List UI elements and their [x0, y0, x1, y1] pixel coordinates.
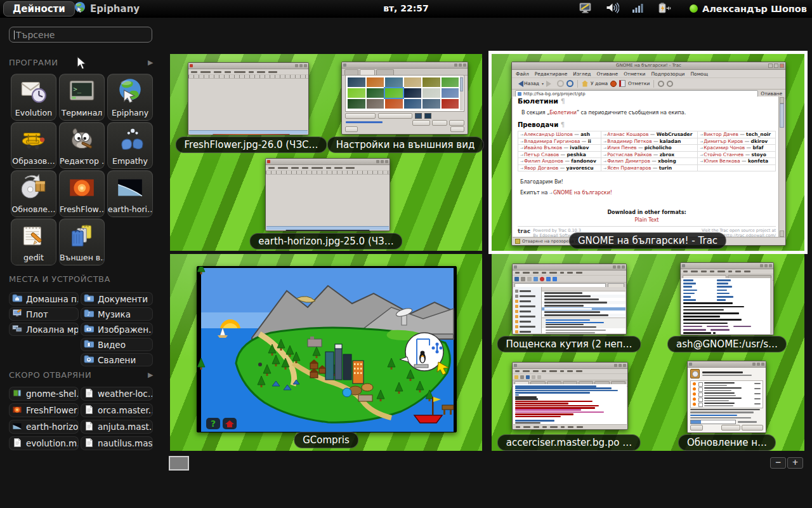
updates-help-button[interactable] [690, 425, 703, 431]
updates-install-button[interactable] [742, 425, 763, 431]
home-button[interactable]: У дома [591, 81, 608, 86]
bookmarks-button[interactable]: Отметки [628, 81, 650, 86]
app-tile-epiphany[interactable]: Epiphany [107, 74, 153, 121]
wallpaper-thumb[interactable] [367, 88, 384, 98]
app-tile-earththumb[interactable]: earth-hori… [107, 170, 153, 217]
window-trac[interactable]: GNOME на български! - Trac ФайлРедактира… [511, 62, 786, 246]
wallpaper-thumb[interactable] [367, 77, 384, 87]
save-button[interactable] [432, 120, 447, 126]
color-swatch-1[interactable] [415, 113, 422, 119]
recent-textfile-1[interactable]: orca.master.… [81, 403, 153, 417]
window-terminal[interactable] [680, 262, 774, 335]
recent-earththumb-2[interactable]: earth-horizo… [9, 420, 79, 434]
place-foldervideo-3[interactable]: Видео [81, 338, 153, 351]
update-checkbox[interactable] [698, 398, 703, 402]
user-menu[interactable]: Александър Шопов [690, 0, 807, 17]
recent-textfile-0[interactable]: weather-loc… [81, 387, 153, 401]
text-line [713, 332, 716, 334]
wallpaper-thumb[interactable] [404, 88, 422, 98]
wallpaper-thumb[interactable] [404, 99, 422, 109]
menu-Помощ[interactable]: Помощ [690, 71, 708, 77]
window-updates[interactable] [687, 361, 766, 433]
scrollbar[interactable] [778, 97, 785, 237]
restore-button[interactable] [412, 120, 430, 126]
programs-expander-icon[interactable]: ▶ [148, 58, 154, 68]
recent-shotthumb-0[interactable]: gnome-shel… [9, 387, 79, 401]
place-folderpics-2[interactable]: Изображен… [81, 323, 153, 336]
recent-expander-icon[interactable]: ▶ [148, 370, 154, 380]
window-editor[interactable] [512, 362, 628, 430]
menu-Подпрозорци[interactable]: Подпрозорци [651, 71, 684, 77]
update-checkbox[interactable] [698, 392, 703, 397]
wallpaper-thumb[interactable] [442, 99, 459, 109]
wallpaper-thumb[interactable] [442, 77, 459, 87]
app-menu[interactable]: Epiphany [74, 1, 140, 17]
menu-Файл[interactable]: Файл [516, 71, 529, 77]
zoom-in-button[interactable]: + [787, 457, 803, 469]
window-gcompris[interactable]: ? [197, 266, 457, 432]
window-mail[interactable] [512, 264, 627, 335]
recent-textfile-3[interactable]: evolution.m… [9, 436, 79, 450]
wallpaper-thumb[interactable] [385, 77, 403, 87]
app-tile-gedit[interactable]: gedit [11, 218, 56, 265]
wallpaper-thumb[interactable] [422, 99, 440, 109]
text-line [683, 309, 724, 311]
window-earth[interactable] [265, 158, 390, 231]
app-label: Empathy [108, 156, 152, 166]
app-tile-gimp[interactable]: Редактор … [59, 122, 105, 169]
color-swatch-2[interactable] [424, 113, 431, 119]
place-folderdocs-0[interactable]: Документи [81, 292, 153, 305]
place-folderhome-0[interactable]: Домашна п… [9, 292, 79, 305]
update-checkbox[interactable] [698, 382, 703, 387]
wallpaper-thumb[interactable] [422, 88, 440, 98]
place-folderdown-4[interactable]: Свалени [81, 353, 153, 366]
network-signal-icon[interactable] [632, 1, 645, 17]
wallpaper-thumb[interactable] [385, 88, 403, 98]
recent-textfile-2[interactable]: anjuta.mast… [81, 420, 153, 434]
go-button[interactable]: Отиване [761, 91, 782, 97]
workspace-thumbnail[interactable] [169, 456, 189, 471]
zoom-out-button[interactable]: − [770, 457, 786, 469]
volume-icon[interactable] [605, 1, 619, 17]
activities-button[interactable]: Дейности [3, 1, 75, 17]
wallpaper-thumb[interactable] [404, 77, 422, 87]
app-tile-bags[interactable]: Външен в… [59, 218, 105, 265]
menu-Изглед[interactable]: Изглед [573, 71, 591, 77]
updates-cancel-button[interactable] [721, 425, 740, 431]
place-foldermusic-1[interactable]: ♪Музика [81, 307, 153, 321]
help-button[interactable] [345, 126, 358, 132]
window-appearance[interactable] [341, 62, 468, 135]
menu-Редактиране[interactable]: Редактиране [535, 71, 568, 77]
wallpaper-thumb[interactable] [348, 99, 365, 109]
app-tile-flowerthumb[interactable]: FreshFlow… [59, 170, 105, 217]
recent-textfile-3[interactable]: nautilus.mas… [81, 436, 153, 450]
search-input[interactable]: Търсене [9, 27, 152, 43]
update-checkbox[interactable] [698, 387, 703, 392]
power-icon[interactable] [657, 1, 671, 17]
wallpaper-thumb[interactable] [348, 88, 365, 98]
recent-flowerthumb-1[interactable]: FreshFlower… [9, 403, 79, 417]
display-icon[interactable] [579, 1, 593, 17]
color-combo[interactable] [378, 113, 412, 119]
app-tile-updates[interactable]: Обновле… [11, 170, 56, 217]
wallpaper-thumb[interactable] [442, 88, 459, 98]
get-more-link[interactable] [346, 121, 383, 123]
wallpaper-thumb[interactable] [367, 99, 384, 109]
wallpaper-thumb[interactable] [348, 77, 365, 87]
add-button[interactable] [449, 120, 464, 126]
window-freshflower[interactable] [188, 62, 309, 135]
place-network-2[interactable]: Локална мр… [9, 323, 79, 336]
app-tile-evolution[interactable]: Evolution [11, 74, 56, 121]
back-button[interactable]: Назад [524, 81, 539, 86]
app-tile-terminal[interactable]: >_Терминал [59, 74, 105, 121]
wallpaper-thumb[interactable] [385, 99, 403, 109]
place-desktop-1[interactable]: Плот [9, 307, 79, 321]
app-tile-empathy[interactable]: Empathy [107, 122, 153, 169]
app-tile-gcompris[interactable]: Образов… [11, 122, 56, 169]
menu-Отметки[interactable]: Отметки [624, 71, 645, 77]
wallpaper-thumb[interactable] [422, 77, 440, 87]
close-button[interactable] [450, 126, 464, 132]
style-combo[interactable] [345, 113, 376, 119]
menu-Отиване[interactable]: Отиване [596, 71, 618, 77]
update-checkbox[interactable] [698, 403, 703, 407]
